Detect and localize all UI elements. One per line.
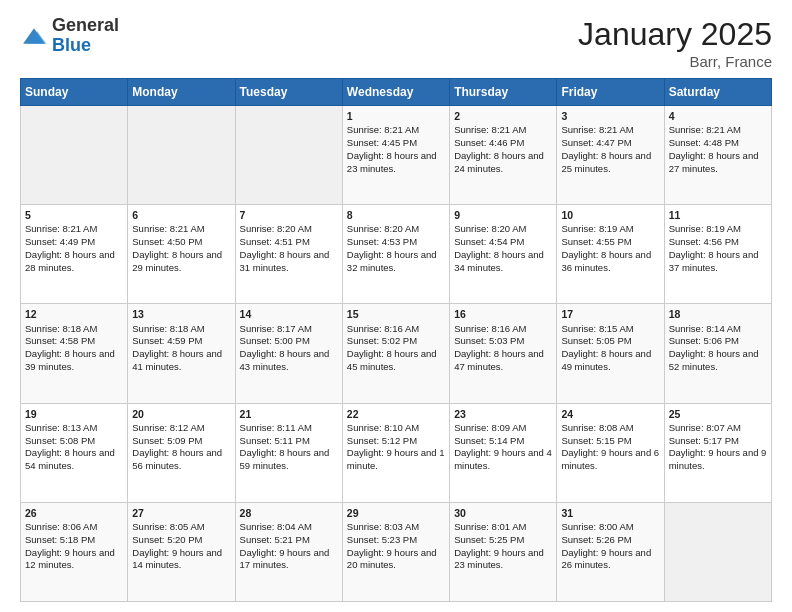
day-info: Sunrise: 8:18 AM	[25, 323, 123, 336]
day-info: Sunset: 4:46 PM	[454, 137, 552, 150]
day-info: Sunrise: 8:18 AM	[132, 323, 230, 336]
day-number: 28	[240, 506, 338, 520]
day-info: Daylight: 8 hours and 52 minutes.	[669, 348, 767, 374]
day-number: 10	[561, 208, 659, 222]
day-info: Sunset: 5:02 PM	[347, 335, 445, 348]
table-row: 15Sunrise: 8:16 AMSunset: 5:02 PMDayligh…	[342, 304, 449, 403]
calendar-header-row: Sunday Monday Tuesday Wednesday Thursday…	[21, 79, 772, 106]
day-info: Sunrise: 8:09 AM	[454, 422, 552, 435]
day-number: 15	[347, 307, 445, 321]
day-info: Daylight: 8 hours and 28 minutes.	[25, 249, 123, 275]
day-info: Sunrise: 8:19 AM	[561, 223, 659, 236]
table-row: 4Sunrise: 8:21 AMSunset: 4:48 PMDaylight…	[664, 106, 771, 205]
day-info: Sunset: 5:03 PM	[454, 335, 552, 348]
day-info: Sunset: 5:14 PM	[454, 435, 552, 448]
table-row: 7Sunrise: 8:20 AMSunset: 4:51 PMDaylight…	[235, 205, 342, 304]
day-number: 27	[132, 506, 230, 520]
calendar-week-row: 1Sunrise: 8:21 AMSunset: 4:45 PMDaylight…	[21, 106, 772, 205]
table-row: 26Sunrise: 8:06 AMSunset: 5:18 PMDayligh…	[21, 502, 128, 601]
day-number: 7	[240, 208, 338, 222]
day-number: 19	[25, 407, 123, 421]
calendar-table: Sunday Monday Tuesday Wednesday Thursday…	[20, 78, 772, 602]
day-info: Sunrise: 8:07 AM	[669, 422, 767, 435]
logo-icon	[20, 22, 48, 50]
day-info: Daylight: 8 hours and 32 minutes.	[347, 249, 445, 275]
table-row: 13Sunrise: 8:18 AMSunset: 4:59 PMDayligh…	[128, 304, 235, 403]
day-number: 1	[347, 109, 445, 123]
table-row	[21, 106, 128, 205]
day-info: Daylight: 9 hours and 9 minutes.	[669, 447, 767, 473]
day-info: Sunset: 4:51 PM	[240, 236, 338, 249]
logo-text: General Blue	[52, 16, 119, 56]
day-number: 13	[132, 307, 230, 321]
day-info: Sunrise: 8:21 AM	[561, 124, 659, 137]
day-info: Daylight: 8 hours and 45 minutes.	[347, 348, 445, 374]
day-info: Sunset: 5:23 PM	[347, 534, 445, 547]
day-number: 8	[347, 208, 445, 222]
table-row: 12Sunrise: 8:18 AMSunset: 4:58 PMDayligh…	[21, 304, 128, 403]
day-number: 26	[25, 506, 123, 520]
day-info: Sunrise: 8:16 AM	[454, 323, 552, 336]
title-area: January 2025 Barr, France	[578, 16, 772, 70]
table-row: 11Sunrise: 8:19 AMSunset: 4:56 PMDayligh…	[664, 205, 771, 304]
day-info: Sunrise: 8:19 AM	[669, 223, 767, 236]
table-row: 23Sunrise: 8:09 AMSunset: 5:14 PMDayligh…	[450, 403, 557, 502]
day-info: Sunrise: 8:08 AM	[561, 422, 659, 435]
table-row: 20Sunrise: 8:12 AMSunset: 5:09 PMDayligh…	[128, 403, 235, 502]
day-info: Sunset: 5:11 PM	[240, 435, 338, 448]
col-tuesday: Tuesday	[235, 79, 342, 106]
day-number: 16	[454, 307, 552, 321]
table-row	[664, 502, 771, 601]
day-info: Sunset: 5:06 PM	[669, 335, 767, 348]
day-info: Daylight: 8 hours and 27 minutes.	[669, 150, 767, 176]
table-row: 30Sunrise: 8:01 AMSunset: 5:25 PMDayligh…	[450, 502, 557, 601]
table-row: 14Sunrise: 8:17 AMSunset: 5:00 PMDayligh…	[235, 304, 342, 403]
day-info: Sunset: 5:21 PM	[240, 534, 338, 547]
day-info: Daylight: 9 hours and 14 minutes.	[132, 547, 230, 573]
day-info: Sunset: 5:15 PM	[561, 435, 659, 448]
table-row: 8Sunrise: 8:20 AMSunset: 4:53 PMDaylight…	[342, 205, 449, 304]
day-number: 31	[561, 506, 659, 520]
calendar-week-row: 12Sunrise: 8:18 AMSunset: 4:58 PMDayligh…	[21, 304, 772, 403]
day-info: Daylight: 8 hours and 39 minutes.	[25, 348, 123, 374]
day-info: Sunrise: 8:20 AM	[240, 223, 338, 236]
table-row: 28Sunrise: 8:04 AMSunset: 5:21 PMDayligh…	[235, 502, 342, 601]
table-row: 18Sunrise: 8:14 AMSunset: 5:06 PMDayligh…	[664, 304, 771, 403]
day-number: 20	[132, 407, 230, 421]
day-info: Daylight: 9 hours and 12 minutes.	[25, 547, 123, 573]
day-info: Sunrise: 8:05 AM	[132, 521, 230, 534]
day-info: Sunrise: 8:01 AM	[454, 521, 552, 534]
day-info: Sunrise: 8:13 AM	[25, 422, 123, 435]
day-number: 14	[240, 307, 338, 321]
day-info: Sunrise: 8:20 AM	[454, 223, 552, 236]
day-info: Sunrise: 8:20 AM	[347, 223, 445, 236]
table-row: 9Sunrise: 8:20 AMSunset: 4:54 PMDaylight…	[450, 205, 557, 304]
day-info: Sunrise: 8:12 AM	[132, 422, 230, 435]
day-info: Sunset: 5:12 PM	[347, 435, 445, 448]
day-info: Sunrise: 8:15 AM	[561, 323, 659, 336]
table-row: 24Sunrise: 8:08 AMSunset: 5:15 PMDayligh…	[557, 403, 664, 502]
calendar-week-row: 26Sunrise: 8:06 AMSunset: 5:18 PMDayligh…	[21, 502, 772, 601]
day-info: Daylight: 9 hours and 26 minutes.	[561, 547, 659, 573]
table-row	[128, 106, 235, 205]
table-row: 19Sunrise: 8:13 AMSunset: 5:08 PMDayligh…	[21, 403, 128, 502]
day-number: 29	[347, 506, 445, 520]
table-row: 16Sunrise: 8:16 AMSunset: 5:03 PMDayligh…	[450, 304, 557, 403]
day-number: 11	[669, 208, 767, 222]
day-info: Sunrise: 8:21 AM	[25, 223, 123, 236]
table-row: 6Sunrise: 8:21 AMSunset: 4:50 PMDaylight…	[128, 205, 235, 304]
day-info: Sunset: 4:49 PM	[25, 236, 123, 249]
day-info: Sunset: 4:45 PM	[347, 137, 445, 150]
day-info: Sunset: 4:48 PM	[669, 137, 767, 150]
col-monday: Monday	[128, 79, 235, 106]
location: Barr, France	[578, 53, 772, 70]
day-info: Sunrise: 8:14 AM	[669, 323, 767, 336]
day-info: Sunset: 4:58 PM	[25, 335, 123, 348]
logo-blue-text: Blue	[52, 36, 119, 56]
table-row: 27Sunrise: 8:05 AMSunset: 5:20 PMDayligh…	[128, 502, 235, 601]
day-info: Sunrise: 8:21 AM	[669, 124, 767, 137]
day-info: Sunset: 4:59 PM	[132, 335, 230, 348]
day-info: Daylight: 8 hours and 43 minutes.	[240, 348, 338, 374]
table-row: 5Sunrise: 8:21 AMSunset: 4:49 PMDaylight…	[21, 205, 128, 304]
month-title: January 2025	[578, 16, 772, 53]
